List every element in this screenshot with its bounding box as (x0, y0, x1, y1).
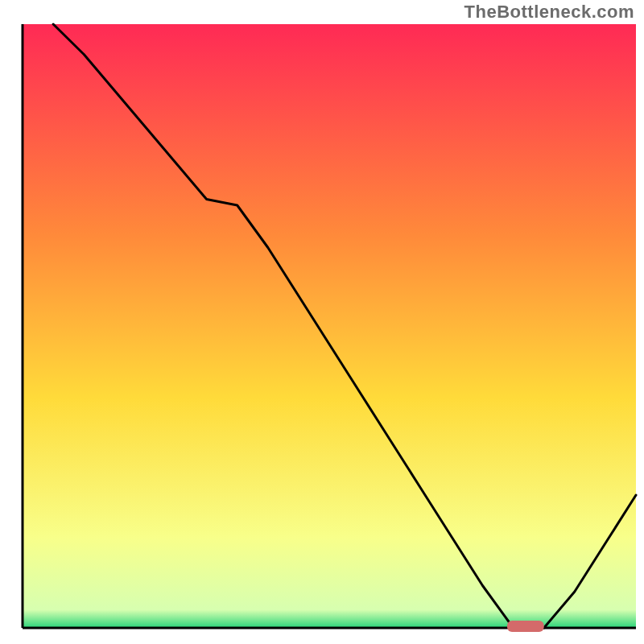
plot-background (23, 24, 636, 628)
chart-stage: TheBottleneck.com (0, 0, 644, 644)
bottleneck-chart (0, 0, 644, 644)
optimal-marker (507, 621, 544, 632)
watermark-text: TheBottleneck.com (464, 2, 634, 23)
